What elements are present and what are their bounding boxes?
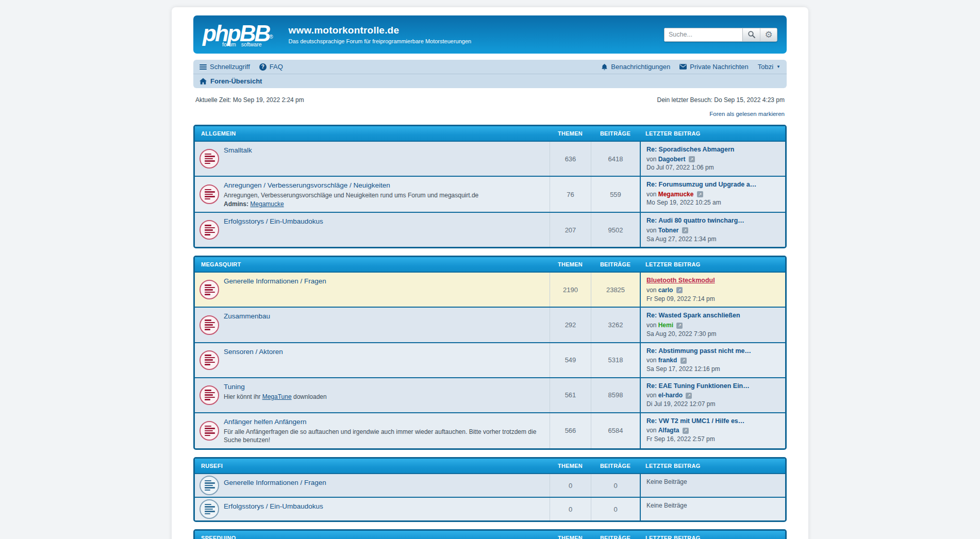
posts-count: 559 <box>591 177 640 212</box>
mark-forums-read-link[interactable]: Foren als gelesen markieren <box>709 111 785 117</box>
faq-link[interactable]: ? FAQ <box>259 63 283 71</box>
forum-status-cell <box>195 142 224 176</box>
topics-count: 76 <box>550 177 591 212</box>
column-header-lastpost: LETZTER BEITRAG <box>640 261 785 267</box>
forum-title-link[interactable]: Smalltalk <box>224 146 252 154</box>
registered-mark: ® <box>269 33 273 39</box>
goto-last-post-icon[interactable]: ↗ <box>676 287 683 293</box>
forum-admins: Admins: Megamucke <box>224 200 544 208</box>
forum-title-link[interactable]: Generelle Informationen / Fragen <box>224 277 326 285</box>
quick-links-label: Schnellzugriff <box>210 63 250 71</box>
forum-row: Tuning Hier könnt ihr MegaTune downloade… <box>195 377 785 412</box>
goto-last-post-icon[interactable]: ↗ <box>680 358 687 364</box>
forum-title-link[interactable]: Anregungen / Verbesserungsvorschläge / N… <box>224 181 390 189</box>
forum-title-link[interactable]: Tuning <box>224 383 245 391</box>
quick-links-menu[interactable]: Schnellzugriff <box>200 63 250 71</box>
forum-info-cell: Sensoren / Aktoren <box>224 343 550 377</box>
goto-last-post-icon[interactable]: ↗ <box>683 428 689 434</box>
forum-section-rusefi: RUSEFI THEMEN BEITRÄGE LETZTER BEITRAG G… <box>193 457 787 522</box>
topics-count: 0 <box>550 474 591 497</box>
goto-last-post-icon[interactable]: ↗ <box>682 227 688 233</box>
lastpost-title-link[interactable]: Re: Sporadisches Abmagern <box>646 145 779 155</box>
private-messages-label: Private Nachrichten <box>690 63 748 71</box>
current-time: Aktuelle Zeit: Mo Sep 19, 2022 2:24 pm <box>195 96 304 104</box>
forum-unread-icon <box>200 315 219 335</box>
search-button[interactable] <box>742 28 760 42</box>
forum-status-cell <box>195 413 224 448</box>
page-container: phpBB® forum software www.motorkontrolle… <box>172 7 808 539</box>
bell-icon <box>601 63 608 71</box>
private-messages-link[interactable]: Private Nachrichten <box>679 63 748 71</box>
lastpost-author-link[interactable]: carlo <box>658 287 673 294</box>
admin-user-link[interactable]: Megamucke <box>250 200 284 208</box>
lastpost-author-link[interactable]: Megamucke <box>658 191 694 198</box>
forum-status-cell <box>195 378 224 412</box>
site-title[interactable]: www.motorkontrolle.de <box>289 25 472 36</box>
lastpost-title-link[interactable]: Bluetooth Steckmodul <box>646 276 779 285</box>
chevron-down-icon: ▼ <box>776 64 780 69</box>
von-label: von <box>646 287 656 294</box>
advanced-search-button[interactable]: ⚙ <box>760 28 777 42</box>
goto-last-post-icon[interactable]: ↗ <box>689 156 695 162</box>
section-header: RUSEFI THEMEN BEITRÄGE LETZTER BEITRAG <box>195 459 785 473</box>
forum-unread-icon <box>200 385 219 405</box>
forum-title-link[interactable]: Zusammenbau <box>224 312 270 320</box>
breadcrumb-label: Foren-Übersicht <box>210 77 262 85</box>
forum-row: Sensoren / Aktoren 549 5318 Re: Abstimmu… <box>195 342 785 377</box>
forum-info-cell: Generelle Informationen / Fragen <box>224 273 550 307</box>
forum-title-link[interactable]: Generelle Informationen / Fragen <box>224 479 326 486</box>
forum-info-cell: Erfolgsstorys / Ein-Umbaudokus <box>224 213 550 247</box>
logo-sub-forum: forum <box>222 42 236 47</box>
notifications-link[interactable]: Benachrichtigungen <box>601 63 670 71</box>
user-menu[interactable]: Tobzi ▼ <box>758 63 780 71</box>
forum-row-highlighted: Generelle Informationen / Fragen 2190 23… <box>195 272 785 307</box>
forum-row: Smalltalk 636 6418 Re: Sporadisches Abma… <box>195 141 785 176</box>
last-visit: Dein letzter Besuch: Do Sep 15, 2022 4:2… <box>657 96 785 104</box>
goto-last-post-icon[interactable]: ↗ <box>676 323 683 329</box>
lastpost-cell: Re: Wasted Spark anschließen von Hemi ↗ … <box>640 308 785 342</box>
lastpost-author-link[interactable]: frankd <box>658 357 677 364</box>
lastpost-author-link[interactable]: Dagobert <box>658 156 686 163</box>
von-label: von <box>646 427 656 434</box>
forum-row: Erfolgsstorys / Ein-Umbaudokus 207 9502 … <box>195 212 785 247</box>
forum-title-link[interactable]: Anfänger helfen Anfängern <box>224 418 307 426</box>
lastpost-title-link[interactable]: Re: Forumsumzug und Upgrade a… <box>646 180 779 190</box>
forum-info-cell: Generelle Informationen / Fragen <box>224 474 550 497</box>
lastpost-title-link[interactable]: Re: Abstimmung passt nicht me… <box>646 347 779 356</box>
lastpost-title-link[interactable]: Re: Wasted Spark anschließen <box>646 311 779 321</box>
column-header-lastpost: LETZTER BEITRAG <box>640 463 785 469</box>
envelope-icon <box>679 64 687 70</box>
question-icon: ? <box>259 63 267 71</box>
lastpost-title-link[interactable]: Re: Audi 80 quattro twincharg… <box>646 216 779 226</box>
lastpost-title-link[interactable]: Re: EAE Tuning Funktionen Ein… <box>646 382 779 391</box>
topics-count: 0 <box>550 498 591 520</box>
lastpost-date: Fr Sep 09, 2022 7:14 pm <box>646 295 779 304</box>
search-input[interactable] <box>664 28 742 42</box>
forum-title-link[interactable]: Erfolgsstorys / Ein-Umbaudokus <box>224 217 323 225</box>
megatune-link[interactable]: MegaTune <box>262 393 292 400</box>
goto-last-post-icon[interactable]: ↗ <box>686 393 692 399</box>
posts-count: 6584 <box>591 413 640 448</box>
forum-title-link[interactable]: Sensoren / Aktoren <box>224 348 283 356</box>
goto-last-post-icon[interactable]: ↗ <box>697 191 703 197</box>
forum-status-cell <box>195 177 224 212</box>
von-label: von <box>646 322 656 329</box>
desc-text: Hier könnt ihr <box>224 393 262 400</box>
lastpost-author-link[interactable]: Tobner <box>658 227 679 234</box>
lastpost-title-link[interactable]: Re: VW T2 mit UMC1 / Hilfe es… <box>646 417 779 426</box>
forum-info-cell: Anfänger helfen Anfängern Für alle Anfän… <box>224 413 550 448</box>
phpbb-logo[interactable]: phpBB® forum software <box>203 22 280 47</box>
home-icon <box>200 78 207 85</box>
forum-unread-icon <box>200 220 219 240</box>
forum-row: Anfänger helfen Anfängern Für alle Anfän… <box>195 412 785 448</box>
breadcrumb-board-index[interactable]: Foren-Übersicht <box>200 77 262 85</box>
lastpost-author-link[interactable]: el-hardo <box>658 392 683 399</box>
column-header-posts: BEITRÄGE <box>591 463 640 469</box>
forum-status-cell <box>195 213 224 247</box>
forum-title-link[interactable]: Erfolgsstorys / Ein-Umbaudokus <box>224 502 323 510</box>
lastpost-author-link[interactable]: Alfagta <box>658 427 679 434</box>
topics-count: 549 <box>550 343 591 377</box>
lastpost-cell: Re: VW T2 mit UMC1 / Hilfe es… von Alfag… <box>640 413 785 448</box>
lastpost-author-link[interactable]: Hemi <box>658 322 673 329</box>
navbar-top-row: Schnellzugriff ? FAQ Benachrichtigungen … <box>193 60 787 74</box>
